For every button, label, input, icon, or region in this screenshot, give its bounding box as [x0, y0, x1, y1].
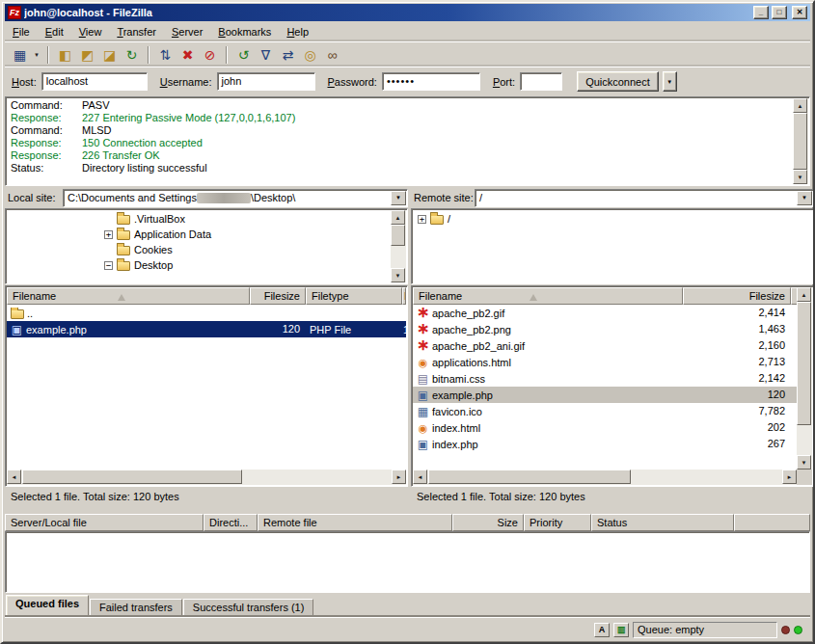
- column-header-direction[interactable]: Directi...: [204, 514, 258, 531]
- column-header-filename[interactable]: Filename: [413, 287, 683, 305]
- maximize-button[interactable]: □: [772, 6, 787, 19]
- tree-item[interactable]: Cookies: [6, 242, 407, 257]
- process-queue-icon[interactable]: ⇅: [154, 44, 177, 66]
- column-header-server-local-file[interactable]: Server/Local file: [5, 514, 204, 531]
- scrollbar-thumb[interactable]: [428, 470, 631, 484]
- refresh-icon[interactable]: ↻: [121, 44, 143, 66]
- table-row[interactable]: apache_pb2_ani.gif 2,160: [413, 337, 797, 354]
- tree-item[interactable]: + /: [412, 211, 813, 227]
- remote-list-vscrollbar[interactable]: ▲ ▼: [797, 287, 812, 470]
- column-header-filesize[interactable]: Filesize: [250, 287, 306, 305]
- toggle-log-icon[interactable]: ◧: [54, 44, 76, 66]
- column-header-filetype[interactable]: Filetype: [306, 287, 402, 305]
- local-list-hscrollbar[interactable]: ◄ ►: [7, 470, 406, 485]
- column-header-status[interactable]: Status: [591, 514, 734, 531]
- folder-icon: [117, 246, 130, 255]
- reconnect-icon[interactable]: ↺: [232, 44, 255, 66]
- site-manager-dropdown-icon[interactable]: ▼: [31, 44, 42, 66]
- log-line: Response:227 Entering Passive Mode (127,…: [11, 112, 790, 124]
- column-header-filesize[interactable]: Filesize: [683, 287, 791, 305]
- menu-edit[interactable]: Edit: [38, 23, 71, 40]
- table-row[interactable]: index.html 202: [413, 419, 797, 436]
- queue-body: [5, 531, 810, 593]
- redacted-username: [197, 193, 251, 203]
- tab-successful-transfers[interactable]: Successful transfers (1): [183, 599, 314, 616]
- table-row-selected[interactable]: example.php 120: [413, 387, 797, 403]
- remote-list-header: Filename Filesize: [413, 287, 797, 305]
- sync-browsing-icon[interactable]: ◎: [299, 44, 321, 66]
- local-site-combo[interactable]: C:\Documents and Settings\Desktop\ ▼: [63, 189, 408, 207]
- host-input[interactable]: localhost: [41, 72, 148, 91]
- menu-bookmarks[interactable]: Bookmarks: [210, 23, 279, 40]
- toggle-local-tree-icon[interactable]: ◩: [76, 44, 98, 66]
- column-header-remote-file[interactable]: Remote file: [258, 514, 452, 531]
- scrollbar-thumb[interactable]: [22, 470, 242, 484]
- table-row[interactable]: index.php 267: [413, 436, 797, 452]
- site-manager-icon[interactable]: ▦: [9, 44, 31, 66]
- combo-dropdown-icon[interactable]: ▼: [391, 191, 406, 205]
- scrollbar-thumb[interactable]: [391, 225, 405, 246]
- remote-site-label: Remote site:: [411, 192, 475, 203]
- tree-item[interactable]: .VirtualBox: [6, 211, 407, 227]
- speedlimit-icon[interactable]: ▥: [613, 623, 629, 637]
- username-input[interactable]: john: [217, 72, 315, 91]
- port-input[interactable]: [520, 72, 562, 91]
- column-header-priority[interactable]: Priority: [524, 514, 591, 531]
- menu-transfer[interactable]: Transfer: [109, 23, 164, 40]
- scroll-down-icon[interactable]: ▼: [793, 170, 807, 184]
- column-header-lastmodified[interactable]: L: [402, 287, 406, 305]
- menu-view[interactable]: View: [71, 23, 110, 40]
- expand-icon[interactable]: +: [418, 215, 426, 224]
- image-file-icon: [417, 308, 429, 319]
- table-row[interactable]: apache_pb2.png 1,463: [413, 321, 797, 337]
- scroll-right-icon[interactable]: ►: [782, 470, 797, 484]
- scrollbar-thumb[interactable]: [797, 302, 811, 425]
- scroll-right-icon[interactable]: ►: [392, 470, 406, 484]
- collapse-icon[interactable]: −: [104, 261, 113, 270]
- table-row[interactable]: bitnami.css 2,142: [413, 370, 797, 387]
- scroll-up-icon[interactable]: ▲: [797, 287, 811, 302]
- table-row[interactable]: applications.html 2,713: [413, 354, 797, 370]
- local-site-path: C:\Documents and Settings\Desktop\: [64, 192, 391, 204]
- tab-failed-transfers[interactable]: Failed transfers: [90, 599, 182, 616]
- table-row[interactable]: ..: [7, 305, 406, 321]
- combo-dropdown-icon[interactable]: ▼: [797, 191, 812, 205]
- scrollbar-thumb[interactable]: [793, 113, 807, 170]
- scroll-up-icon[interactable]: ▲: [391, 210, 405, 225]
- quickconnect-dropdown-icon[interactable]: ▼: [663, 71, 677, 92]
- transfer-type-icon[interactable]: A: [594, 623, 610, 637]
- tree-item[interactable]: + Application Data: [6, 227, 407, 242]
- log-scrollbar[interactable]: ▲ ▼: [793, 98, 808, 184]
- table-row[interactable]: apache_pb2.gif 2,414: [413, 305, 797, 321]
- scroll-up-icon[interactable]: ▲: [793, 98, 807, 113]
- scroll-left-icon[interactable]: ◄: [7, 470, 21, 484]
- scroll-down-icon[interactable]: ▼: [391, 268, 405, 282]
- expand-icon[interactable]: +: [104, 230, 113, 239]
- column-header-filename[interactable]: Filename: [7, 287, 250, 305]
- minimize-button[interactable]: _: [753, 6, 769, 19]
- host-label: Host:: [12, 76, 37, 88]
- menu-file[interactable]: File: [5, 23, 38, 40]
- scroll-down-icon[interactable]: ▼: [797, 455, 811, 470]
- disconnect-icon[interactable]: ⊘: [199, 44, 221, 66]
- password-input[interactable]: ••••••: [382, 72, 480, 91]
- remote-list-hscrollbar[interactable]: ◄ ►: [413, 470, 797, 485]
- toggle-remote-tree-icon[interactable]: ◪: [98, 44, 121, 66]
- menu-help[interactable]: Help: [279, 23, 316, 40]
- quickconnect-button[interactable]: Quickconnect: [577, 71, 659, 92]
- tab-queued-files[interactable]: Queued files: [6, 595, 89, 616]
- table-row[interactable]: favicon.ico 7,782: [413, 403, 797, 419]
- close-button[interactable]: ✕: [792, 6, 807, 19]
- local-tree-scrollbar[interactable]: ▲ ▼: [391, 210, 406, 282]
- cancel-icon[interactable]: ✖: [177, 44, 199, 66]
- remote-site-combo[interactable]: / ▼: [475, 189, 814, 207]
- find-files-icon[interactable]: ∞: [321, 44, 343, 66]
- menu-server[interactable]: Server: [164, 23, 210, 40]
- table-row-selected[interactable]: example.php 120 PHP File 1: [7, 321, 406, 337]
- scroll-left-icon[interactable]: ◄: [413, 470, 427, 484]
- filter-icon[interactable]: ∇: [255, 44, 277, 66]
- column-header-size[interactable]: Size: [452, 514, 524, 531]
- compare-directories-icon[interactable]: ⇄: [277, 44, 299, 66]
- queue-status: Queue: empty: [633, 622, 777, 638]
- tree-item[interactable]: − Desktop: [6, 257, 407, 273]
